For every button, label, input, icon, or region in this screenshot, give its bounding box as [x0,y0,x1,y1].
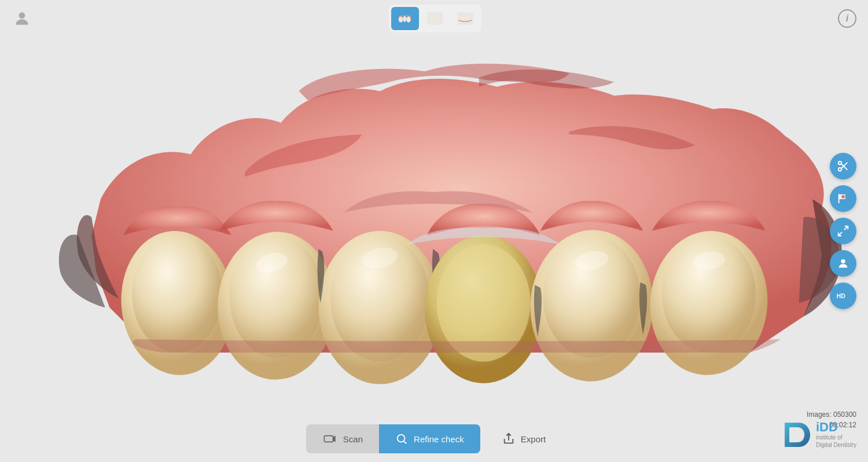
3d-viewport[interactable] [0,37,868,416]
bottom-bar: Scan Refine check Export [0,416,868,462]
svg-text:HD: HD [837,293,846,299]
svg-line-34 [841,164,848,170]
scan-label: Scan [343,434,363,444]
search-icon [395,432,408,445]
scan-icon [322,431,337,446]
svg-point-3 [403,16,406,23]
tab-lower-view[interactable] [451,7,479,30]
dental-model-svg [0,37,868,416]
svg-point-10 [433,20,436,24]
export-label: Export [521,434,546,444]
svg-rect-41 [324,436,333,442]
svg-point-11 [437,19,440,24]
scan-button[interactable]: Scan [306,424,379,453]
svg-point-39 [841,259,845,263]
svg-point-36 [841,195,845,199]
svg-point-9 [429,19,433,24]
refine-check-button[interactable]: Refine check [379,424,480,453]
expand-tool-button[interactable] [830,218,856,244]
top-bar: i [0,0,868,37]
svg-line-37 [844,226,848,230]
svg-point-7 [433,14,436,19]
export-icon [502,432,515,445]
svg-line-44 [404,441,406,443]
svg-point-4 [406,16,411,23]
right-toolbar: HD [830,153,856,309]
view-tab-group [389,5,481,32]
tab-bite-view[interactable] [421,7,449,30]
tab-upper-view[interactable] [391,7,419,30]
svg-point-0 [19,12,25,19]
info-button[interactable]: i [838,9,856,28]
refine-label: Refine check [414,434,464,444]
svg-line-38 [838,232,842,236]
export-button[interactable]: Export [486,424,562,453]
flag-tool-button[interactable] [830,185,856,212]
svg-point-2 [399,16,403,23]
svg-point-17 [132,236,222,353]
hd-scan-tool-button[interactable]: HD [830,283,856,309]
scissors-tool-button[interactable] [830,153,856,179]
svg-point-6 [429,14,433,20]
svg-line-35 [841,163,848,169]
user-avatar[interactable] [12,8,32,29]
user-tool-button[interactable] [830,250,856,277]
svg-point-43 [398,435,405,442]
svg-point-8 [437,14,440,20]
